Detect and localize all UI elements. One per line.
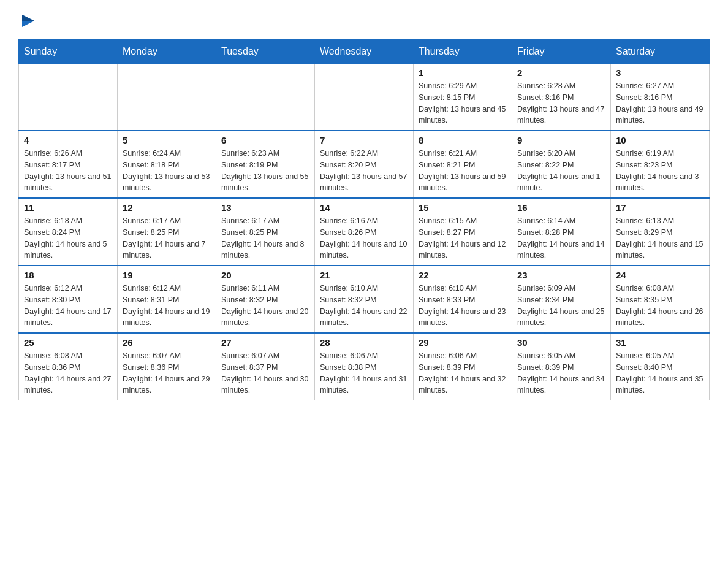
calendar-table: SundayMondayTuesdayWednesdayThursdayFrid… [18, 39, 710, 400]
calendar-cell: 28Sunrise: 6:06 AMSunset: 8:38 PMDayligh… [315, 333, 414, 400]
calendar-cell: 12Sunrise: 6:17 AMSunset: 8:25 PMDayligh… [118, 198, 216, 266]
day-info: Sunrise: 6:17 AMSunset: 8:25 PMDaylight:… [221, 215, 309, 261]
calendar-cell: 17Sunrise: 6:13 AMSunset: 8:29 PMDayligh… [611, 198, 710, 266]
calendar-cell: 25Sunrise: 6:08 AMSunset: 8:36 PMDayligh… [19, 333, 118, 400]
day-of-week-tuesday: Tuesday [216, 40, 315, 64]
logo [18, 12, 37, 27]
day-number: 31 [616, 337, 704, 348]
day-number: 6 [221, 135, 309, 145]
day-info: Sunrise: 6:13 AMSunset: 8:29 PMDaylight:… [616, 215, 704, 261]
day-number: 17 [616, 202, 704, 213]
day-of-week-thursday: Thursday [414, 40, 512, 64]
day-number: 29 [419, 337, 507, 348]
calendar-cell: 30Sunrise: 6:05 AMSunset: 8:39 PMDayligh… [512, 333, 611, 400]
calendar-cell: 19Sunrise: 6:12 AMSunset: 8:31 PMDayligh… [118, 266, 216, 333]
calendar-cell: 1Sunrise: 6:29 AMSunset: 8:15 PMDaylight… [414, 64, 512, 131]
calendar-cell [216, 64, 315, 131]
calendar-cell: 15Sunrise: 6:15 AMSunset: 8:27 PMDayligh… [414, 198, 512, 266]
calendar-cell: 22Sunrise: 6:10 AMSunset: 8:33 PMDayligh… [414, 266, 512, 333]
calendar-cell: 7Sunrise: 6:22 AMSunset: 8:20 PMDaylight… [315, 131, 414, 198]
day-info: Sunrise: 6:15 AMSunset: 8:27 PMDaylight:… [419, 215, 507, 261]
calendar-cell: 29Sunrise: 6:06 AMSunset: 8:39 PMDayligh… [414, 333, 512, 400]
day-info: Sunrise: 6:28 AMSunset: 8:16 PMDaylight:… [517, 80, 605, 126]
day-info: Sunrise: 6:08 AMSunset: 8:36 PMDaylight:… [24, 350, 112, 396]
day-info: Sunrise: 6:20 AMSunset: 8:22 PMDaylight:… [517, 148, 605, 194]
calendar-cell: 16Sunrise: 6:14 AMSunset: 8:28 PMDayligh… [512, 198, 611, 266]
calendar-cell: 20Sunrise: 6:11 AMSunset: 8:32 PMDayligh… [216, 266, 315, 333]
calendar-cell: 10Sunrise: 6:19 AMSunset: 8:23 PMDayligh… [611, 131, 710, 198]
day-info: Sunrise: 6:21 AMSunset: 8:21 PMDaylight:… [419, 148, 507, 194]
day-number: 8 [419, 135, 507, 145]
day-number: 15 [419, 202, 507, 213]
day-info: Sunrise: 6:07 AMSunset: 8:36 PMDaylight:… [123, 350, 211, 396]
day-number: 9 [517, 135, 605, 145]
day-number: 16 [517, 202, 605, 213]
svg-marker-1 [22, 15, 34, 21]
day-info: Sunrise: 6:16 AMSunset: 8:26 PMDaylight:… [320, 215, 408, 261]
day-number: 14 [320, 202, 408, 213]
day-info: Sunrise: 6:18 AMSunset: 8:24 PMDaylight:… [24, 215, 112, 261]
day-of-week-friday: Friday [512, 40, 611, 64]
day-number: 25 [24, 337, 112, 348]
calendar-week-row: 1Sunrise: 6:29 AMSunset: 8:15 PMDaylight… [19, 64, 710, 131]
day-number: 26 [123, 337, 211, 348]
calendar-cell: 14Sunrise: 6:16 AMSunset: 8:26 PMDayligh… [315, 198, 414, 266]
day-number: 19 [123, 270, 211, 280]
calendar-cell: 6Sunrise: 6:23 AMSunset: 8:19 PMDaylight… [216, 131, 315, 198]
day-info: Sunrise: 6:08 AMSunset: 8:35 PMDaylight:… [616, 283, 704, 329]
day-info: Sunrise: 6:23 AMSunset: 8:19 PMDaylight:… [221, 148, 309, 194]
calendar-cell: 5Sunrise: 6:24 AMSunset: 8:18 PMDaylight… [118, 131, 216, 198]
day-number: 13 [221, 202, 309, 213]
day-number: 11 [24, 202, 112, 213]
day-info: Sunrise: 6:27 AMSunset: 8:16 PMDaylight:… [616, 80, 704, 126]
calendar-cell [315, 64, 414, 131]
calendar-week-row: 18Sunrise: 6:12 AMSunset: 8:30 PMDayligh… [19, 266, 710, 333]
calendar-header-row: SundayMondayTuesdayWednesdayThursdayFrid… [19, 40, 710, 64]
day-info: Sunrise: 6:14 AMSunset: 8:28 PMDaylight:… [517, 215, 605, 261]
day-number: 10 [616, 135, 704, 145]
calendar-week-row: 11Sunrise: 6:18 AMSunset: 8:24 PMDayligh… [19, 198, 710, 266]
day-number: 27 [221, 337, 309, 348]
day-info: Sunrise: 6:22 AMSunset: 8:20 PMDaylight:… [320, 148, 408, 194]
calendar-cell: 27Sunrise: 6:07 AMSunset: 8:37 PMDayligh… [216, 333, 315, 400]
day-number: 1 [419, 67, 507, 78]
day-info: Sunrise: 6:05 AMSunset: 8:39 PMDaylight:… [517, 350, 605, 396]
calendar-cell: 23Sunrise: 6:09 AMSunset: 8:34 PMDayligh… [512, 266, 611, 333]
calendar-week-row: 4Sunrise: 6:26 AMSunset: 8:17 PMDaylight… [19, 131, 710, 198]
page-header [18, 12, 710, 27]
calendar-cell: 31Sunrise: 6:05 AMSunset: 8:40 PMDayligh… [611, 333, 710, 400]
calendar-cell: 3Sunrise: 6:27 AMSunset: 8:16 PMDaylight… [611, 64, 710, 131]
day-of-week-sunday: Sunday [19, 40, 118, 64]
day-info: Sunrise: 6:05 AMSunset: 8:40 PMDaylight:… [616, 350, 704, 396]
day-number: 20 [221, 270, 309, 280]
day-of-week-wednesday: Wednesday [315, 40, 414, 64]
day-number: 3 [616, 67, 704, 78]
day-info: Sunrise: 6:07 AMSunset: 8:37 PMDaylight:… [221, 350, 309, 396]
day-info: Sunrise: 6:09 AMSunset: 8:34 PMDaylight:… [517, 283, 605, 329]
day-number: 30 [517, 337, 605, 348]
day-number: 7 [320, 135, 408, 145]
day-info: Sunrise: 6:29 AMSunset: 8:15 PMDaylight:… [419, 80, 507, 126]
day-number: 5 [123, 135, 211, 145]
calendar-cell: 8Sunrise: 6:21 AMSunset: 8:21 PMDaylight… [414, 131, 512, 198]
calendar-cell: 24Sunrise: 6:08 AMSunset: 8:35 PMDayligh… [611, 266, 710, 333]
day-number: 28 [320, 337, 408, 348]
day-info: Sunrise: 6:12 AMSunset: 8:31 PMDaylight:… [123, 283, 211, 329]
calendar-cell: 9Sunrise: 6:20 AMSunset: 8:22 PMDaylight… [512, 131, 611, 198]
calendar-cell: 13Sunrise: 6:17 AMSunset: 8:25 PMDayligh… [216, 198, 315, 266]
day-info: Sunrise: 6:19 AMSunset: 8:23 PMDaylight:… [616, 148, 704, 194]
logo-icon [20, 12, 37, 29]
day-of-week-saturday: Saturday [611, 40, 710, 64]
day-info: Sunrise: 6:10 AMSunset: 8:33 PMDaylight:… [419, 283, 507, 329]
day-info: Sunrise: 6:26 AMSunset: 8:17 PMDaylight:… [24, 148, 112, 194]
day-info: Sunrise: 6:11 AMSunset: 8:32 PMDaylight:… [221, 283, 309, 329]
day-number: 12 [123, 202, 211, 213]
day-of-week-monday: Monday [118, 40, 216, 64]
calendar-cell: 26Sunrise: 6:07 AMSunset: 8:36 PMDayligh… [118, 333, 216, 400]
calendar-week-row: 25Sunrise: 6:08 AMSunset: 8:36 PMDayligh… [19, 333, 710, 400]
day-number: 23 [517, 270, 605, 280]
calendar-cell: 21Sunrise: 6:10 AMSunset: 8:32 PMDayligh… [315, 266, 414, 333]
calendar-cell: 4Sunrise: 6:26 AMSunset: 8:17 PMDaylight… [19, 131, 118, 198]
day-info: Sunrise: 6:06 AMSunset: 8:38 PMDaylight:… [320, 350, 408, 396]
day-info: Sunrise: 6:12 AMSunset: 8:30 PMDaylight:… [24, 283, 112, 329]
